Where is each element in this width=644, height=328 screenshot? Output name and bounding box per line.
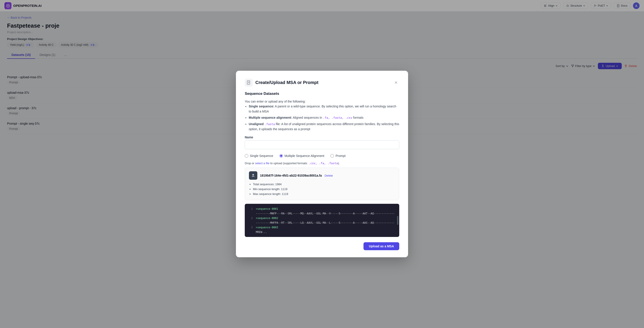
modal-header-icon	[245, 79, 253, 87]
file-delete-link[interactable]: Delete	[325, 174, 333, 177]
seq-line-3: 3 >sequence-0003	[248, 225, 396, 229]
description-text: You can enter or upload any of the follo…	[245, 99, 399, 131]
radio-single-sequence[interactable]: Single Sequence	[245, 154, 273, 157]
seq-data-2: ---------MHFPA--RT--SRL-----LQ--AAVL--GG…	[248, 221, 396, 225]
fasta-code: .fasta	[264, 122, 275, 126]
file-stats: Total sequences: 1984 Min sequence lengt…	[249, 182, 395, 197]
seq-data-3: MREW...	[248, 230, 396, 234]
document-icon	[246, 80, 251, 85]
radio-msa[interactable]: Multiple Sequence Alignment	[280, 154, 324, 157]
radio-group: Single Sequence Multiple Sequence Alignm…	[245, 154, 399, 157]
upload-as-msa-button[interactable]: Upload as a MSA	[364, 242, 399, 250]
seq-line-1: 1 >sequence-0001	[248, 207, 396, 211]
name-label: Name	[245, 135, 399, 139]
file-icon	[249, 171, 257, 180]
file-card-header: 1819b87f-164e-4fd1-ab22-91039ac8001a.fa …	[249, 171, 395, 180]
seq-line-2: 2 >sequence-0002	[248, 216, 396, 220]
file-card: 1819b87f-164e-4fd1-ab22-91039ac8001a.fa …	[245, 168, 399, 200]
upload-file-icon	[251, 174, 255, 178]
modal-footer: Upload as a MSA	[245, 241, 399, 250]
modal-header: Create/Upload MSA or Prompt ✕	[245, 79, 399, 87]
format-codes: .fa, .fasta, .csv	[323, 116, 352, 119]
modal-overlay[interactable]: Create/Upload MSA or Prompt ✕ Sequence D…	[0, 0, 644, 328]
modal: Create/Upload MSA or Prompt ✕ Sequence D…	[236, 71, 408, 257]
single-seq-bold: Single sequence:	[249, 105, 274, 108]
modal-close-button[interactable]: ✕	[392, 79, 399, 86]
file-name: 1819b87f-164e-4fd1-ab22-91039ac8001a.fa	[260, 174, 322, 177]
scrollbar	[397, 216, 398, 225]
drop-hint: Drop or select a file to upload (support…	[245, 161, 399, 165]
modal-title: Create/Upload MSA or Prompt	[255, 80, 390, 85]
radio-prompt-input[interactable]	[330, 154, 334, 157]
radio-msa-input[interactable]	[280, 154, 283, 157]
seq-data-1: ---------MNFP---RA--SRL-----MQ--AAVL--GG…	[248, 212, 396, 216]
sequence-preview[interactable]: 1 >sequence-0001 ---------MNFP---RA--SRL…	[245, 204, 399, 237]
select-file-link[interactable]: select a file	[255, 161, 270, 165]
radio-single-input[interactable]	[245, 154, 248, 157]
unaligned-bold: Unaligned	[249, 122, 264, 126]
radio-prompt[interactable]: Prompt	[330, 154, 346, 157]
msa-bold: Multiple sequence alignment:	[249, 116, 292, 119]
name-input[interactable]	[245, 140, 399, 149]
format-list: .csv, .fa, .fasta	[308, 161, 338, 165]
section-title: Sequence Datasets	[245, 91, 399, 96]
